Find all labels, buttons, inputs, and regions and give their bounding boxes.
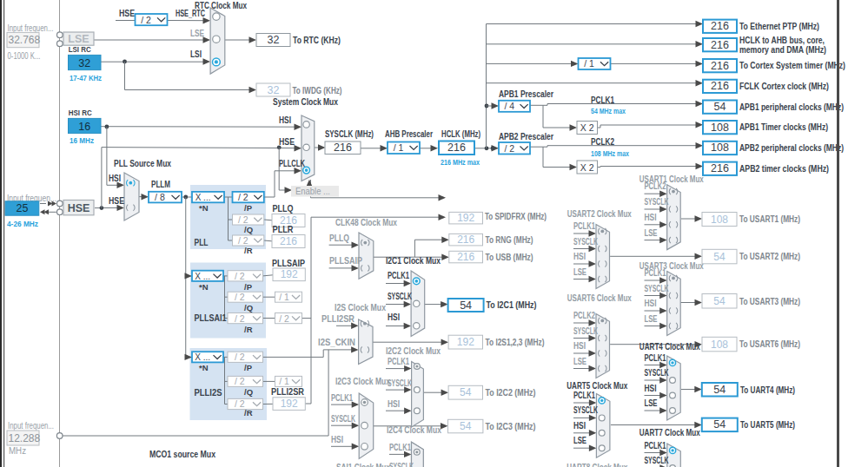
svg-text:SYSCLK: SYSCLK xyxy=(645,284,670,293)
svg-text:PCLK1: PCLK1 xyxy=(388,271,409,280)
svg-text:108: 108 xyxy=(711,214,728,226)
svg-text:54: 54 xyxy=(713,384,726,396)
svg-text:I2C4 Clock Mux: I2C4 Clock Mux xyxy=(387,424,441,435)
svg-text:54: 54 xyxy=(713,418,726,431)
svg-text:LSE: LSE xyxy=(645,314,658,324)
svg-text:Input frequen...: Input frequen... xyxy=(8,421,54,431)
svg-text:PCLK1: PCLK1 xyxy=(645,353,666,363)
svg-text:LSE: LSE xyxy=(573,436,586,445)
svg-text:LSE: LSE xyxy=(573,267,586,277)
svg-text:To USB (MHz): To USB (MHz) xyxy=(486,252,533,262)
svg-text:PCLK2: PCLK2 xyxy=(573,311,595,320)
svg-text:memory and DMA (MHz): memory and DMA (MHz) xyxy=(739,44,826,55)
svg-text:PLLI2SR: PLLI2SR xyxy=(321,314,355,324)
svg-text:PCLK1: PCLK1 xyxy=(389,443,411,452)
svg-text:PCLK2: PCLK2 xyxy=(645,181,666,191)
svg-text:/Q: /Q xyxy=(244,225,253,234)
svg-text:SYSCLK: SYSCLK xyxy=(645,197,670,207)
svg-text:/ 2: / 2 xyxy=(238,192,248,202)
svg-text:4-26 MHz: 4-26 MHz xyxy=(7,219,38,228)
svg-text:/ 2: / 2 xyxy=(279,313,289,324)
svg-text:192: 192 xyxy=(281,268,298,280)
svg-text:HSE: HSE xyxy=(109,196,124,206)
svg-text:/ 2: / 2 xyxy=(235,376,245,386)
svg-text:CLK48 Clock Mux: CLK48 Clock Mux xyxy=(335,217,397,227)
svg-text:LSE: LSE xyxy=(573,357,586,366)
svg-text:216: 216 xyxy=(457,251,474,263)
svg-text:/ 1: / 1 xyxy=(394,142,404,153)
svg-text:108: 108 xyxy=(711,339,728,351)
svg-text:To SPIDFRX (MHz): To SPIDFRX (MHz) xyxy=(485,211,547,221)
svg-text:HSE: HSE xyxy=(68,202,90,214)
svg-text:32.768: 32.768 xyxy=(9,34,41,46)
svg-text:/ 2: / 2 xyxy=(235,313,245,324)
svg-text:I2C3 Clock Mux: I2C3 Clock Mux xyxy=(335,376,390,386)
svg-text:LSE: LSE xyxy=(645,228,658,238)
svg-text:/ 1: / 1 xyxy=(279,376,289,386)
svg-text:X 2: X 2 xyxy=(580,122,594,133)
svg-text:HSI: HSI xyxy=(573,252,586,261)
svg-text:HSI: HSI xyxy=(388,399,400,409)
svg-text:UART4 Clock Mux: UART4 Clock Mux xyxy=(639,341,700,352)
svg-text:APB1 peripheral clocks (MHz): APB1 peripheral clocks (MHz) xyxy=(739,102,844,112)
svg-text:HSI RC: HSI RC xyxy=(69,108,92,117)
svg-text:To UART5 (MHz): To UART5 (MHz) xyxy=(740,419,795,430)
svg-text:/ 2: / 2 xyxy=(141,15,151,25)
svg-text:PCLK1: PCLK1 xyxy=(645,268,666,278)
svg-text:System Clock Mux: System Clock Mux xyxy=(273,96,339,107)
svg-text:216 MHz max: 216 MHz max xyxy=(441,157,480,167)
svg-text:SYSCLK: SYSCLK xyxy=(573,326,599,336)
svg-text:PLLM: PLLM xyxy=(151,180,170,189)
svg-text:To I2C2 (MHz): To I2C2 (MHz) xyxy=(486,387,536,398)
svg-text:HSI: HSI xyxy=(279,115,291,125)
svg-text:I2C2 Clock Mux: I2C2 Clock Mux xyxy=(386,345,441,356)
svg-text:PLLI2SR: PLLI2SR xyxy=(271,387,305,397)
svg-text:To Ethernet PTP (MHz): To Ethernet PTP (MHz) xyxy=(739,21,819,31)
svg-text:PCLK1: PCLK1 xyxy=(331,393,353,403)
svg-text:To Cortex System timer (MHz): To Cortex System timer (MHz) xyxy=(739,60,845,70)
svg-text:To USART3 (MHz): To USART3 (MHz) xyxy=(739,296,800,306)
svg-text:54: 54 xyxy=(460,420,472,432)
svg-text:17-47 KHz: 17-47 KHz xyxy=(70,73,102,82)
svg-text:UART5 Clock Mux: UART5 Clock Mux xyxy=(567,380,627,391)
svg-text:32: 32 xyxy=(78,57,90,69)
svg-text:HSI: HSI xyxy=(109,174,121,183)
svg-text:0-1000 K...: 0-1000 K... xyxy=(8,51,41,61)
svg-text:APB2 Prescaler: APB2 Prescaler xyxy=(499,132,553,141)
svg-text:PLLQ: PLLQ xyxy=(273,204,294,214)
svg-text:/ 2: / 2 xyxy=(235,398,245,409)
svg-text:FCLK Cortex clock (MHz): FCLK Cortex clock (MHz) xyxy=(739,81,829,91)
svg-text:PCLK1: PCLK1 xyxy=(573,221,595,231)
svg-text:APB2 peripheral clocks (MHz): APB2 peripheral clocks (MHz) xyxy=(739,142,844,153)
svg-text:SYSCLK: SYSCLK xyxy=(645,368,670,378)
svg-text:PLLSAIP: PLLSAIP xyxy=(272,259,305,268)
svg-text:PCLK2: PCLK2 xyxy=(591,137,614,147)
svg-text:LSE: LSE xyxy=(645,398,658,408)
svg-text:54: 54 xyxy=(713,251,726,263)
svg-text:Enable ...: Enable ... xyxy=(295,186,330,196)
svg-text:/P: /P xyxy=(244,203,253,213)
svg-text:108: 108 xyxy=(711,122,729,134)
svg-text:SYSCLK: SYSCLK xyxy=(573,405,599,415)
svg-text:I2S Clock Mux: I2S Clock Mux xyxy=(335,302,386,312)
svg-text:HSI: HSI xyxy=(645,213,657,222)
svg-text:*N: *N xyxy=(199,363,209,372)
svg-text:HSE_RTC: HSE_RTC xyxy=(176,9,205,18)
svg-text:/ 2: / 2 xyxy=(238,235,248,246)
svg-text:54 MHz max: 54 MHz max xyxy=(591,106,626,115)
svg-text:192: 192 xyxy=(457,212,474,224)
svg-text:216: 216 xyxy=(457,234,474,246)
svg-text:192: 192 xyxy=(457,336,474,348)
svg-text:/ 2: / 2 xyxy=(235,292,245,302)
svg-text:To USART1 (MHz): To USART1 (MHz) xyxy=(739,214,800,224)
svg-text:PLLCLK: PLLCLK xyxy=(279,159,306,168)
svg-text:I2C1 Clock Mux: I2C1 Clock Mux xyxy=(386,255,441,266)
svg-text:USART6 Clock Mux: USART6 Clock Mux xyxy=(567,293,632,303)
svg-text:To USART6 (MHz): To USART6 (MHz) xyxy=(739,339,800,349)
svg-text:SYSCLK (MHz): SYSCLK (MHz) xyxy=(325,129,374,139)
svg-text:PLLR: PLLR xyxy=(273,225,295,234)
svg-text:PCLK1: PCLK1 xyxy=(388,357,409,366)
svg-text:To UART4 (MHz): To UART4 (MHz) xyxy=(740,385,795,395)
svg-text:54: 54 xyxy=(460,386,472,398)
svg-text:To I2C1 (MHz): To I2C1 (MHz) xyxy=(487,299,537,310)
